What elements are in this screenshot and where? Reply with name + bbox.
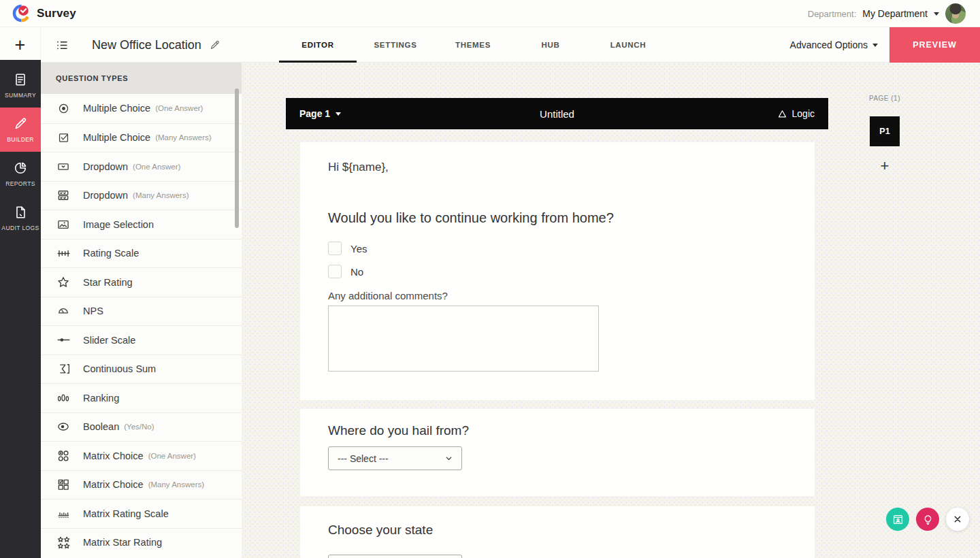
question-type-dropdown-many-answers[interactable]: Dropdown(Many Answers) bbox=[41, 181, 242, 210]
radio-icon bbox=[56, 102, 71, 115]
question-type-label: Matrix Choice bbox=[83, 479, 144, 490]
list-icon bbox=[55, 38, 69, 52]
question-type-slider-scale[interactable]: Slider Scale bbox=[41, 325, 242, 355]
advanced-options-button[interactable]: Advanced Options bbox=[790, 27, 878, 63]
app-name: Survey bbox=[37, 7, 76, 20]
hail-from-select[interactable]: --- Select --- bbox=[328, 446, 462, 470]
edit-title-pencil-icon[interactable] bbox=[209, 39, 220, 51]
question-type-matrix-rating-scale[interactable]: Matrix Rating Scale bbox=[41, 499, 242, 528]
question-types-panel: QUESTION TYPES Multiple Choice(One Answe… bbox=[41, 63, 242, 558]
question-type-suffix: (One Answer) bbox=[148, 452, 196, 460]
caret-down-icon[interactable] bbox=[934, 12, 939, 16]
logic-label: Logic bbox=[792, 108, 815, 119]
preview-button[interactable]: PREVIEW bbox=[889, 27, 980, 63]
comments-textarea[interactable] bbox=[328, 306, 599, 372]
tab-themes[interactable]: THEMES bbox=[434, 27, 512, 63]
question-type-label: Rating Scale bbox=[83, 248, 139, 259]
checkbox[interactable] bbox=[328, 265, 342, 278]
question-type-label: Dropdown bbox=[83, 161, 128, 172]
sidebar-item-label: AUDIT LOGS bbox=[1, 225, 39, 231]
question-type-matrix-choice-many-answers[interactable]: Matrix Choice(Many Answers) bbox=[41, 470, 242, 499]
option-row-yes[interactable]: Yes bbox=[328, 242, 367, 255]
question-type-image-selection[interactable]: Image Selection bbox=[41, 210, 242, 239]
id-card-icon bbox=[892, 513, 904, 526]
main-tabs: EDITORSETTINGSTHEMESHUBLAUNCH bbox=[279, 27, 667, 63]
question-type-continuous-sum[interactable]: Continuous Sum bbox=[41, 355, 242, 384]
option-label: Yes bbox=[350, 243, 367, 255]
sigma-icon bbox=[56, 362, 71, 376]
checkbox[interactable] bbox=[328, 242, 342, 255]
survey-list-button[interactable] bbox=[50, 27, 74, 63]
question-type-suffix: (Many Answers) bbox=[133, 191, 189, 199]
question-type-star-rating[interactable]: Star Rating bbox=[41, 267, 242, 297]
summary-doc-icon bbox=[13, 72, 28, 87]
sidebar-item-builder[interactable]: BUILDER bbox=[0, 108, 41, 152]
question-types-header: QUESTION TYPES bbox=[41, 63, 242, 94]
question-type-label: Ranking bbox=[83, 393, 119, 404]
checkbox-icon bbox=[56, 131, 71, 144]
question-type-boolean-yes-no[interactable]: Boolean(Yes/No) bbox=[41, 412, 242, 442]
app-sidebar: SUMMARYBUILDERREPORTSAUDIT LOGS bbox=[0, 60, 41, 558]
logic-button[interactable]: Logic bbox=[777, 108, 815, 119]
question-type-suffix: (Yes/No) bbox=[124, 423, 154, 431]
survey-toolbar: + New Office Location EDITORSETTINGSTHEM bbox=[0, 27, 980, 63]
question-type-dropdown-one-answer[interactable]: Dropdown(One Answer) bbox=[41, 152, 242, 181]
sidebar-item-reports[interactable]: REPORTS bbox=[0, 152, 41, 196]
close-fab-button[interactable] bbox=[946, 508, 969, 531]
question-type-ranking[interactable]: Ranking bbox=[41, 383, 242, 412]
question-block-welcome[interactable]: Hi ${name}, Would you like to continue w… bbox=[300, 142, 815, 400]
question-type-label: Matrix Star Rating bbox=[83, 537, 162, 548]
question-text[interactable]: Choose your state bbox=[328, 523, 433, 538]
multi-dropdown-icon bbox=[56, 188, 71, 202]
avatar[interactable] bbox=[945, 3, 966, 24]
state-select[interactable]: --- Select --- bbox=[328, 555, 462, 558]
question-type-nps[interactable]: NPS bbox=[41, 297, 242, 326]
tab-editor[interactable]: EDITOR bbox=[279, 27, 357, 63]
matrix-rating-icon bbox=[56, 507, 71, 521]
audit-file-icon bbox=[13, 205, 28, 220]
question-type-matrix-choice-one-answer[interactable]: Matrix Choice(One Answer) bbox=[41, 441, 242, 470]
tab-hub[interactable]: HUB bbox=[512, 27, 589, 63]
department-selector[interactable]: My Department bbox=[862, 8, 928, 19]
logic-triangle-icon bbox=[777, 109, 787, 119]
tab-settings[interactable]: SETTINGS bbox=[357, 27, 434, 63]
question-type-multiple-choice-many-answers[interactable]: Multiple Choice(Many Answers) bbox=[41, 123, 242, 152]
sidebar-item-summary[interactable]: SUMMARY bbox=[0, 60, 41, 108]
slider-icon bbox=[56, 333, 71, 347]
tab-launch[interactable]: LAUNCH bbox=[589, 27, 667, 63]
question-block-hail-from[interactable]: Where do you hail from? --- Select --- bbox=[300, 409, 815, 496]
question-type-label: Matrix Choice bbox=[83, 450, 144, 461]
question-type-label: Dropdown bbox=[83, 190, 128, 201]
question-type-matrix-star-rating[interactable]: Matrix Star Rating bbox=[41, 528, 242, 557]
gauge-icon bbox=[56, 304, 71, 318]
new-survey-button[interactable]: + bbox=[0, 27, 41, 63]
question-type-multiple-choice-one-answer[interactable]: Multiple Choice(One Answer) bbox=[41, 94, 242, 123]
comments-label[interactable]: Any additional comments? bbox=[328, 290, 448, 301]
template-fab-button[interactable] bbox=[886, 508, 909, 531]
close-icon bbox=[952, 514, 963, 525]
option-label: No bbox=[350, 266, 363, 278]
account-area: Department: My Department bbox=[808, 0, 966, 27]
pie-chart-icon bbox=[13, 161, 28, 176]
survey-builder-app: Survey Department: My Department + New O… bbox=[0, 0, 980, 558]
page-thumbnail-p1[interactable]: P1 bbox=[870, 116, 900, 146]
question-text[interactable]: Would you like to continue working from … bbox=[328, 210, 614, 226]
department-label: Department: bbox=[808, 9, 857, 19]
caret-down-icon bbox=[872, 44, 878, 47]
page-title[interactable]: Untitled bbox=[540, 108, 574, 120]
sidebar-item-label: REPORTS bbox=[5, 180, 35, 187]
option-row-no[interactable]: No bbox=[328, 265, 367, 278]
sidebar-item-audit-logs[interactable]: AUDIT LOGS bbox=[0, 196, 41, 240]
question-text[interactable]: Where do you hail from? bbox=[328, 423, 469, 438]
rating-scale-icon bbox=[56, 246, 71, 261]
question-type-label: Multiple Choice bbox=[83, 103, 150, 114]
tips-fab-button[interactable] bbox=[916, 508, 939, 531]
question-type-rating-scale[interactable]: Rating Scale bbox=[41, 239, 242, 268]
ranking-bars-icon bbox=[56, 391, 71, 405]
panel-scrollbar[interactable] bbox=[235, 88, 239, 228]
question-block-state[interactable]: Choose your state --- Select --- bbox=[300, 506, 815, 558]
chevron-down-icon bbox=[444, 454, 453, 463]
add-page-button[interactable]: + bbox=[870, 157, 900, 176]
greeting-text[interactable]: Hi ${name}, bbox=[328, 161, 389, 174]
page-selector[interactable]: Page 1 bbox=[299, 108, 341, 119]
